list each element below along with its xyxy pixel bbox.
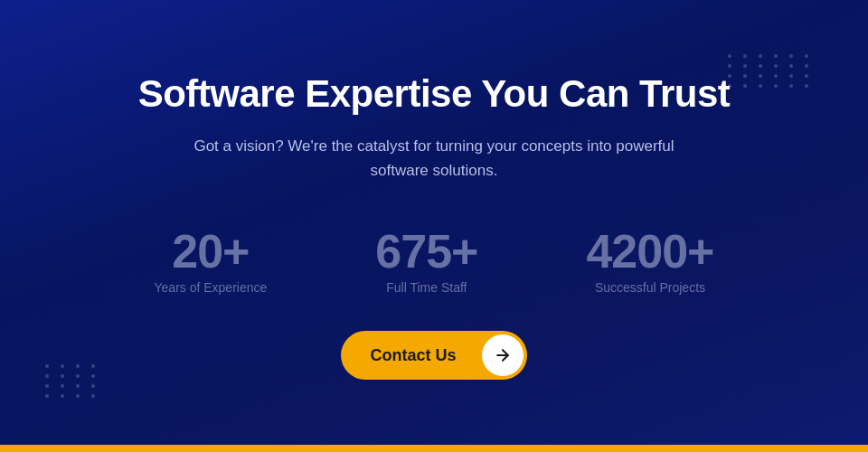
dot <box>759 54 762 58</box>
dot <box>61 374 64 378</box>
arrow-icon-circle <box>482 334 524 376</box>
dot <box>774 54 778 58</box>
stat-number: 4200+ <box>586 228 713 275</box>
dot <box>743 54 747 58</box>
page-wrapper: Software Expertise You Can Trust Got a v… <box>0 0 868 452</box>
dot <box>743 64 747 68</box>
dot <box>805 74 808 78</box>
hero-subtitle: Got a vision? We're the catalyst for tur… <box>181 134 687 183</box>
hero-content: Software Expertise You Can Trust Got a v… <box>66 72 803 381</box>
dot <box>728 54 731 58</box>
dot <box>61 364 64 368</box>
arrow-right-icon <box>494 346 512 364</box>
stat-number: 675+ <box>375 228 477 275</box>
dot <box>76 384 80 388</box>
stat-number: 20+ <box>172 228 249 275</box>
dot <box>76 394 80 398</box>
stats-row: 20+Years of Experience675+Full Time Staf… <box>138 228 731 295</box>
stat-label: Full Time Staff <box>386 280 467 295</box>
dot <box>91 384 95 388</box>
dot <box>728 64 731 68</box>
dot <box>45 394 49 398</box>
dot <box>805 64 808 68</box>
dot <box>774 64 778 68</box>
stat-item: 20+Years of Experience <box>155 228 268 295</box>
dot <box>789 54 793 58</box>
dot <box>61 394 64 398</box>
dot <box>45 374 49 378</box>
stat-label: Years of Experience <box>155 280 268 295</box>
stat-label: Successful Projects <box>595 280 705 295</box>
dot <box>805 54 808 58</box>
dot <box>759 64 762 68</box>
page-title: Software Expertise You Can Trust <box>138 72 731 116</box>
contact-us-button[interactable]: Contact Us <box>341 331 526 380</box>
dot <box>91 394 95 398</box>
dot <box>789 64 793 68</box>
contact-us-label: Contact Us <box>341 346 481 365</box>
dot <box>61 384 64 388</box>
dot <box>45 364 49 368</box>
dot <box>805 84 808 88</box>
bottom-bar <box>0 445 868 452</box>
stat-item: 4200+Successful Projects <box>586 228 713 295</box>
stat-item: 675+Full Time Staff <box>375 228 477 295</box>
dot <box>45 384 49 388</box>
